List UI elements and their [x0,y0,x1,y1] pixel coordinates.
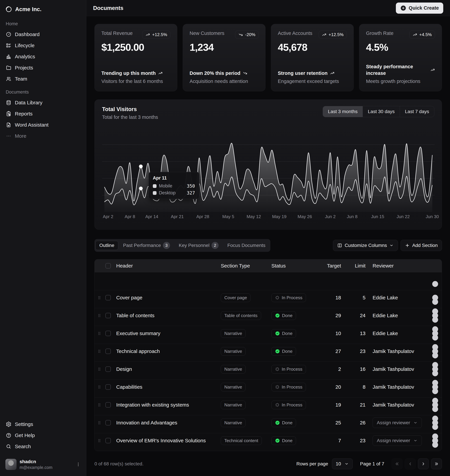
hover-dot-mobile [139,187,143,190]
row-actions-button[interactable] [429,433,442,451]
sidebar-item-dashboard[interactable]: Dashboard [3,29,83,40]
select-all-checkbox[interactable] [105,263,111,268]
drag-handle[interactable] [95,402,104,407]
chevrons-left-icon [395,461,400,466]
table-row: Cover page Cover page In Process 18 5 Ed… [95,272,442,290]
trend-down-icon [243,71,248,75]
row-checkbox[interactable] [105,420,111,425]
limit-value[interactable]: 24 [347,313,371,318]
stat-footnote-secondary: Acquisition needs attention [189,79,259,84]
row-checkbox[interactable] [105,348,111,354]
target-value[interactable]: 29 [322,313,347,318]
target-value[interactable]: 19 [322,402,347,408]
target-value[interactable]: 2 [322,366,347,372]
row-header[interactable]: Technical approach [115,348,219,354]
last-page-button[interactable] [431,459,442,469]
range-last-3-months[interactable]: Last 3 months [323,106,363,117]
row-checkbox[interactable] [105,366,111,372]
check-circle-icon [275,313,280,318]
circle-plus-icon [400,5,406,11]
row-checkbox[interactable] [105,438,111,443]
status-badge: In Process [271,383,306,391]
drag-handle[interactable] [95,313,104,318]
row-header[interactable]: Capabilities [115,384,219,390]
target-value[interactable]: 20 [322,384,347,390]
column-header-reviewer: Reviewer [371,263,429,269]
page-title: Documents [93,5,124,11]
limit-value[interactable]: 13 [347,331,371,336]
row-header[interactable]: Cover page [115,295,219,301]
row-header[interactable]: Integration with existing systems [115,402,219,408]
limit-value[interactable]: 8 [347,384,371,390]
column-header-section-type: Section Type [219,263,270,269]
x-tick-label: May 26 [297,214,312,219]
quick-create-button[interactable]: Quick Create [396,3,443,14]
brand[interactable]: Acme Inc. [3,2,83,16]
target-value[interactable]: 10 [322,331,347,336]
grip-vertical-icon [97,295,102,300]
limit-value[interactable]: 26 [347,420,371,426]
tab-past-performance[interactable]: Past Performance 3 [119,240,174,251]
sidebar-item-word-assistant[interactable]: Word Assistant [3,119,83,130]
sidebar-item-projects[interactable]: Projects [3,62,83,73]
trend-badge: +12.5% [142,30,170,39]
customize-columns-button[interactable]: Customize Columns [333,240,398,251]
next-page-button[interactable] [418,459,429,469]
sidebar-item-get-help[interactable]: Get Help [3,430,83,441]
limit-value[interactable]: 23 [347,348,371,354]
area-chart[interactable]: Apr 11 Mobile 350 Desktop 327 [95,123,442,212]
row-header[interactable]: Executive summary [115,331,219,336]
trend-badge: -20% [235,30,259,39]
drag-handle[interactable] [95,420,104,425]
grip-vertical-icon [97,331,102,336]
limit-value[interactable]: 16 [347,366,371,372]
settings-icon [6,421,12,427]
drag-handle[interactable] [95,331,104,336]
drag-handle[interactable] [95,349,104,354]
sidebar-item-more[interactable]: More [3,130,83,142]
add-section-button[interactable]: Add Section [401,240,442,251]
row-checkbox[interactable] [105,331,111,336]
reviewer-name: Eddie Lake [373,313,398,318]
drag-handle[interactable] [95,367,104,372]
target-value[interactable]: 27 [322,348,347,354]
sidebar-item-data-library[interactable]: Data Library [3,97,83,108]
limit-value[interactable]: 5 [347,295,371,301]
rows-per-page-select[interactable]: 10 [332,459,353,469]
tab-outline[interactable]: Outline [95,241,118,250]
previous-page-button[interactable] [405,459,416,469]
limit-value[interactable]: 23 [347,438,371,443]
row-checkbox[interactable] [105,384,111,390]
sidebar-item-search[interactable]: Search [3,441,83,452]
row-header[interactable]: Table of contents [115,313,219,318]
sections-table: HeaderSection TypeStatusTargetLimitRevie… [95,259,442,451]
sidebar-item-lifecycle[interactable]: Lifecycle [3,40,83,51]
row-checkbox[interactable] [105,295,111,300]
section-type-badge: Narrative [221,401,246,409]
user-menu[interactable]: shadcn m@example.com [3,456,83,472]
target-value[interactable]: 18 [322,295,347,301]
row-header[interactable]: Innovation and Advantages [115,420,219,426]
dots-icon [6,133,12,139]
sidebar-item-reports[interactable]: Reports [3,108,83,119]
drag-handle[interactable] [95,384,104,389]
limit-value[interactable]: 21 [347,402,371,408]
sidebar-item-analytics[interactable]: Analytics [3,51,83,62]
target-value[interactable]: 25 [322,420,347,426]
sidebar-item-settings[interactable]: Settings [3,419,83,430]
tab-focus-documents[interactable]: Focus Documents [224,241,269,250]
drag-handle[interactable] [95,438,104,443]
row-checkbox[interactable] [105,402,111,407]
sidebar-item-team[interactable]: Team [3,73,83,84]
stat-value: 1,234 [189,41,259,53]
row-checkbox[interactable] [105,313,111,318]
row-header[interactable]: Overview of EMR's Innovative Solutions [115,438,219,443]
brand-name: Acme Inc. [15,6,41,12]
range-last-7-days[interactable]: Last 7 days [400,106,434,117]
drag-handle[interactable] [95,295,104,300]
tab-key-personnel[interactable]: Key Personnel 2 [175,240,222,251]
first-page-button[interactable] [392,459,403,469]
target-value[interactable]: 7 [322,438,347,443]
row-header[interactable]: Design [115,366,219,372]
range-last-30-days[interactable]: Last 30 days [363,106,400,117]
